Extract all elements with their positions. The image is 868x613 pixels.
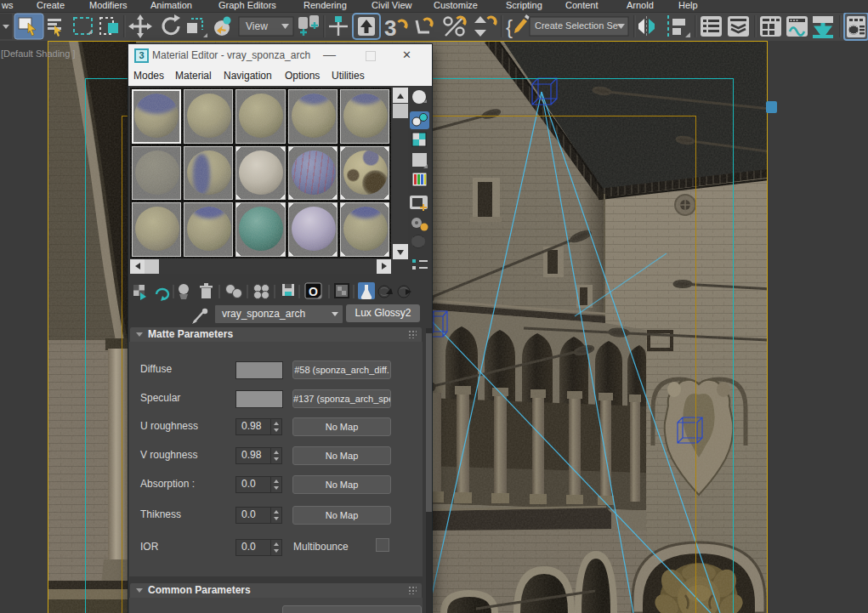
- svg-text:{: {: [506, 15, 513, 38]
- svg-text:View: View: [246, 20, 268, 32]
- svg-text:Create Selection Se: Create Selection Se: [535, 20, 618, 31]
- svg-text:O: O: [309, 285, 318, 298]
- svg-text:3: 3: [384, 15, 396, 41]
